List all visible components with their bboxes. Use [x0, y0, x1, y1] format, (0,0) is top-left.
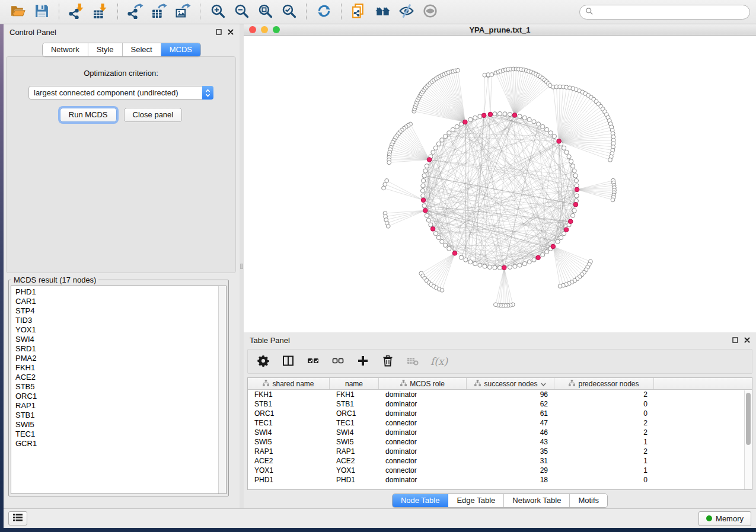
cell-name[interactable]: PHD1	[330, 475, 379, 485]
export-network-button[interactable]	[123, 2, 147, 22]
result-list-scrollbar[interactable]	[218, 286, 226, 493]
column-header-MCDS-role[interactable]: MCDS role	[379, 378, 467, 389]
table-row[interactable]: SWI4SWI4dominator462	[248, 428, 752, 437]
cell-successor-nodes[interactable]: 62	[467, 399, 554, 409]
cell-name[interactable]: SWI5	[330, 437, 379, 447]
result-list-item[interactable]: CAR1	[15, 297, 226, 306]
memory-button[interactable]: Memory	[698, 511, 751, 526]
cell-successor-nodes[interactable]: 46	[467, 428, 554, 437]
add-row-button[interactable]	[356, 354, 370, 368]
cell-MCDS-role[interactable]: dominator	[379, 390, 467, 399]
cell-shared-name[interactable]: TEC1	[248, 418, 330, 428]
search-box[interactable]	[579, 5, 750, 20]
cell-shared-name[interactable]: STB1	[248, 399, 330, 409]
table-row[interactable]: SWI5SWI5connector431	[248, 437, 752, 447]
cell-shared-name[interactable]: PHD1	[248, 475, 330, 485]
zoom-in-button[interactable]	[206, 2, 229, 22]
result-list-item[interactable]: PHD1	[15, 287, 226, 297]
cell-name[interactable]: RAP1	[330, 447, 379, 456]
table-row[interactable]: PHD1PHD1dominator180	[248, 475, 752, 485]
cell-successor-nodes[interactable]: 31	[467, 456, 554, 466]
table-scrollbar[interactable]	[744, 390, 752, 489]
cell-predecessor-nodes[interactable]: 1	[554, 466, 654, 475]
cell-predecessor-nodes[interactable]: 1	[554, 456, 654, 466]
cell-predecessor-nodes[interactable]: 2	[554, 447, 654, 456]
table-row[interactable]: RAP1RAP1dominator352	[248, 447, 752, 456]
column-header-name[interactable]: name	[330, 378, 379, 389]
cell-name[interactable]: TEC1	[330, 418, 379, 428]
first-neighbors-button[interactable]	[371, 2, 394, 22]
task-history-button[interactable]	[8, 511, 27, 525]
cell-shared-name[interactable]: SWI5	[248, 437, 330, 447]
cell-successor-nodes[interactable]: 29	[467, 466, 554, 475]
cell-MCDS-role[interactable]: dominator	[379, 475, 467, 485]
column-header-successor-nodes[interactable]: successor nodes	[467, 378, 554, 389]
select-all-button[interactable]	[306, 354, 320, 368]
delete-row-button[interactable]	[381, 354, 395, 368]
table-row[interactable]: ACE2ACE2connector311	[248, 456, 752, 466]
zoom-out-button[interactable]	[229, 2, 253, 22]
result-list-item[interactable]: STB5	[15, 382, 226, 392]
result-list-item[interactable]: SWI5	[15, 420, 226, 430]
network-canvas[interactable]	[244, 36, 756, 332]
cell-predecessor-nodes[interactable]: 1	[554, 437, 654, 447]
open-file-button[interactable]	[6, 2, 30, 22]
cell-shared-name[interactable]: YOX1	[248, 466, 330, 475]
cell-MCDS-role[interactable]: dominator	[379, 409, 467, 418]
column-header-predecessor-nodes[interactable]: predecessor nodes	[554, 378, 654, 389]
table-row[interactable]: YOX1YOX1connector291	[248, 466, 752, 475]
tab-network[interactable]: Network	[43, 43, 88, 56]
import-table-button[interactable]	[88, 2, 112, 22]
result-list-item[interactable]: YOX1	[15, 325, 226, 335]
scrollbar-thumb[interactable]	[746, 393, 751, 445]
zoom-fit-button[interactable]	[253, 2, 277, 22]
result-list-item[interactable]: STB1	[15, 411, 226, 420]
cell-successor-nodes[interactable]: 47	[467, 418, 554, 428]
cell-shared-name[interactable]: FKH1	[248, 390, 330, 399]
cell-MCDS-role[interactable]: connector	[379, 437, 467, 447]
import-network-button[interactable]	[65, 2, 88, 22]
split-columns-button[interactable]	[281, 354, 295, 368]
tab-select[interactable]: Select	[123, 43, 161, 56]
cell-shared-name[interactable]: SWI4	[248, 428, 330, 437]
tab-style[interactable]: Style	[88, 43, 123, 56]
result-list-item[interactable]: ACE2	[15, 373, 226, 382]
cell-successor-nodes[interactable]: 18	[467, 475, 554, 485]
cell-name[interactable]: ACE2	[330, 456, 379, 466]
result-list-item[interactable]: SWI4	[15, 335, 226, 344]
cell-MCDS-role[interactable]: connector	[379, 456, 467, 466]
export-table-button[interactable]	[147, 2, 171, 22]
cell-MCDS-role[interactable]: dominator	[379, 428, 467, 437]
result-list-item[interactable]: RAP1	[15, 401, 226, 411]
cell-name[interactable]: SWI4	[330, 428, 379, 437]
run-mcds-button[interactable]: Run MCDS	[60, 108, 117, 122]
vertical-splitter[interactable]	[240, 24, 244, 508]
cell-name[interactable]: STB1	[330, 399, 379, 409]
cell-MCDS-role[interactable]: dominator	[379, 447, 467, 456]
cell-name[interactable]: YOX1	[330, 466, 379, 475]
splitter-grip[interactable]	[240, 264, 243, 269]
cell-predecessor-nodes[interactable]: 2	[554, 428, 654, 437]
search-input[interactable]	[596, 8, 744, 16]
cell-MCDS-role[interactable]: connector	[379, 418, 467, 428]
cell-name[interactable]: ORC1	[330, 409, 379, 418]
tab-edge-table[interactable]: Edge Table	[448, 494, 504, 507]
tab-node-table[interactable]: Node Table	[393, 494, 449, 507]
table-row[interactable]: STB1STB1dominator620	[248, 399, 752, 409]
hide-selection-button[interactable]	[394, 2, 418, 22]
zoom-selected-button[interactable]	[277, 2, 301, 22]
close-panel-icon[interactable]	[744, 337, 750, 343]
tab-network-table[interactable]: Network Table	[504, 494, 570, 507]
table-row[interactable]: TEC1TEC1connector472	[248, 418, 752, 428]
result-list-item[interactable]: TID3	[15, 316, 226, 325]
cell-successor-nodes[interactable]: 43	[467, 437, 554, 447]
result-list-item[interactable]: TEC1	[15, 430, 226, 439]
result-list-item[interactable]: PMA2	[15, 354, 226, 363]
result-list-item[interactable]: SRD1	[15, 344, 226, 354]
cell-shared-name[interactable]: RAP1	[248, 447, 330, 456]
cell-successor-nodes[interactable]: 35	[467, 447, 554, 456]
cell-name[interactable]: FKH1	[330, 390, 379, 399]
table-row[interactable]: FKH1FKH1dominator962	[248, 390, 752, 399]
cell-predecessor-nodes[interactable]: 0	[554, 409, 654, 418]
refresh-button[interactable]	[312, 2, 336, 22]
